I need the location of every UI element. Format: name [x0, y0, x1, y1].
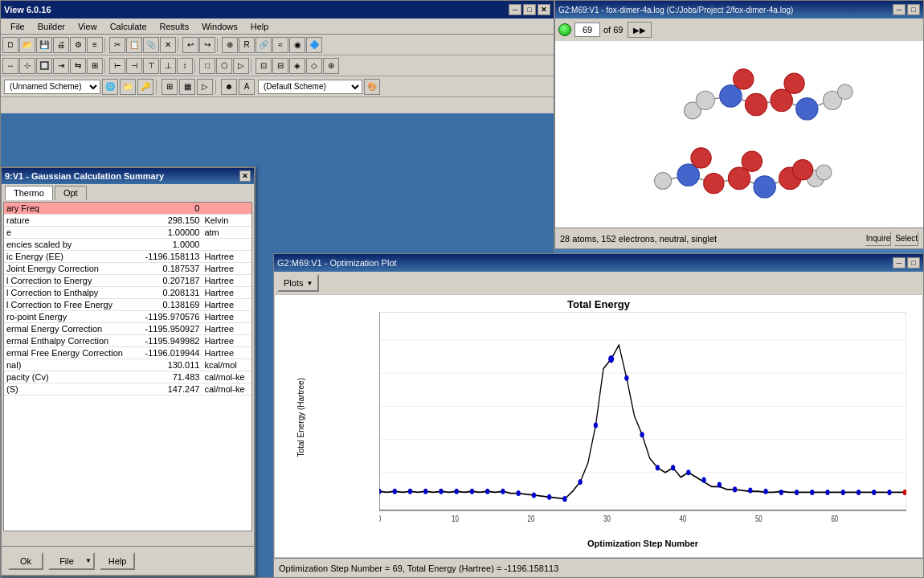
- calc-dialog-close-btn[interactable]: ✕: [239, 170, 251, 182]
- menu-builder[interactable]: Builder: [31, 20, 72, 33]
- svg-point-32: [704, 174, 724, 194]
- tb3-grid[interactable]: ⊞: [161, 79, 178, 95]
- mol-minimize-btn[interactable]: ─: [893, 4, 906, 15]
- tb2-19[interactable]: ⊛: [323, 58, 339, 74]
- tb3-globe[interactable]: 🌐: [102, 79, 118, 95]
- tb2-12[interactable]: □: [199, 58, 215, 74]
- tb-open[interactable]: 📂: [19, 37, 35, 53]
- step-nav-btn[interactable]: ▶▶: [628, 22, 652, 38]
- tb2-13[interactable]: ⬡: [216, 58, 232, 74]
- tb2-16[interactable]: ⊟: [272, 58, 288, 74]
- tb-redo[interactable]: ↪: [199, 37, 215, 53]
- tb-13[interactable]: ◉: [289, 37, 305, 53]
- tab-thermo[interactable]: Thermo: [5, 186, 53, 200]
- select-btn[interactable]: Select: [894, 232, 918, 246]
- step-input[interactable]: [574, 23, 600, 37]
- inquire-btn[interactable]: Inquire: [865, 232, 892, 246]
- tb2-15[interactable]: ⊡: [256, 58, 272, 74]
- tb-undo[interactable]: ↩: [182, 37, 198, 53]
- menu-view[interactable]: View: [72, 20, 104, 33]
- menu-help[interactable]: Help: [244, 20, 276, 33]
- close-btn[interactable]: ✕: [538, 4, 550, 15]
- svg-point-71: [562, 496, 566, 502]
- tb3-grid2[interactable]: ▦: [179, 79, 195, 95]
- tab-opt[interactable]: Opt: [55, 186, 87, 200]
- row-value: 298.150: [136, 215, 202, 227]
- tb2-8[interactable]: ⊣: [126, 58, 142, 74]
- help-button[interactable]: Help: [100, 552, 135, 570]
- tb-paste[interactable]: 📎: [143, 37, 159, 53]
- tb2-18[interactable]: ◇: [306, 58, 322, 74]
- tb3-key[interactable]: 🔑: [137, 79, 153, 95]
- tb2-1[interactable]: ↔: [2, 58, 18, 74]
- thermo-table: ary Freq 0 rature 298.150 Kelvin e 1.000…: [4, 203, 251, 396]
- tb-cut[interactable]: ✂: [109, 37, 125, 53]
- file-dropdown-arrow[interactable]: ▼: [84, 552, 95, 570]
- tb2-9[interactable]: ⊤: [143, 58, 159, 74]
- svg-point-86: [795, 490, 799, 495]
- minimize-btn[interactable]: ─: [509, 4, 521, 15]
- tb2-10[interactable]: ⊥: [160, 58, 176, 74]
- mol-title-text: G2:M69:V1 - fox-dimer-4a.log (C:/Jobs/Pr…: [558, 6, 793, 14]
- scheme-unnamed-dropdown[interactable]: (Unnamed Scheme): [4, 80, 100, 94]
- tb-print[interactable]: 🖨: [53, 37, 69, 53]
- row-label: rature: [4, 215, 136, 227]
- plot-maximize-btn[interactable]: □: [907, 257, 920, 269]
- row-value: 0.187537: [136, 263, 202, 275]
- tb2-7[interactable]: ⊢: [109, 58, 125, 74]
- row-value: 0.207187: [136, 275, 202, 287]
- menu-results[interactable]: Results: [153, 20, 196, 33]
- tb-10[interactable]: R: [239, 37, 255, 53]
- tb-new[interactable]: 🗋: [2, 37, 18, 53]
- y-axis-label-container: Total Energy (Hartree): [276, 312, 325, 523]
- molecule-svg: [555, 41, 923, 228]
- tb-copy[interactable]: 📋: [126, 37, 142, 53]
- tb3-arr1[interactable]: ▷: [197, 79, 213, 95]
- ok-button[interactable]: Ok: [8, 552, 43, 570]
- chart-container: Total Energy (Hartree) -1,196.1 -1,196.1…: [275, 312, 922, 539]
- plots-button[interactable]: Plots ▼: [277, 274, 319, 292]
- tb-11[interactable]: 🔗: [256, 37, 272, 53]
- window-controls: ─ □ ✕: [509, 4, 550, 15]
- tb-save[interactable]: 💾: [36, 37, 52, 53]
- svg-point-88: [825, 490, 829, 495]
- row-value: 0.208131: [136, 287, 202, 299]
- row-label: ic Energy (EE): [4, 251, 136, 263]
- table-row: ic Energy (EE) -1196.158113 Hartree: [4, 251, 251, 263]
- tb3-a[interactable]: A: [239, 79, 255, 95]
- row-unit: Hartree: [202, 251, 251, 263]
- menu-windows[interactable]: Windows: [195, 20, 244, 33]
- tb2-5[interactable]: ⇆: [70, 58, 86, 74]
- tb-12[interactable]: ≈: [272, 37, 288, 53]
- row-unit: Hartree: [202, 263, 251, 275]
- tb-14[interactable]: 🔷: [306, 37, 322, 53]
- tb2-2[interactable]: ⊹: [19, 58, 35, 74]
- menu-calculate[interactable]: Calculate: [104, 20, 153, 33]
- svg-point-74: [608, 355, 614, 363]
- tb3-palette[interactable]: 🎨: [364, 79, 380, 95]
- tb-6[interactable]: ≡: [87, 37, 103, 53]
- tb3-folder[interactable]: 📁: [120, 79, 136, 95]
- tb2-17[interactable]: ◈: [289, 58, 305, 74]
- row-unit: cal/mol-ke: [202, 371, 251, 383]
- plot-minimize-btn[interactable]: ─: [893, 257, 906, 269]
- svg-point-13: [796, 98, 818, 120]
- tb-9[interactable]: ⊕: [222, 37, 238, 53]
- x-axis-label: Optimization Step Number: [379, 539, 906, 548]
- tb-del[interactable]: ✕: [160, 37, 176, 53]
- menu-file[interactable]: File: [4, 20, 31, 33]
- tb2-3[interactable]: 🔲: [36, 58, 52, 74]
- tb2-4[interactable]: ⇥: [53, 58, 69, 74]
- tb-5[interactable]: ⚙: [70, 37, 86, 53]
- tb3-face[interactable]: ☻: [221, 79, 237, 95]
- file-button[interactable]: File: [48, 552, 84, 570]
- y-axis-label: Total Energy (Hartree): [296, 378, 305, 457]
- maximize-btn[interactable]: □: [523, 4, 536, 15]
- mol-maximize-btn[interactable]: □: [907, 4, 920, 15]
- main-title-bar: View 6.0.16 ─ □ ✕: [1, 1, 554, 18]
- tb2-14[interactable]: ▷: [233, 58, 249, 74]
- scheme-default-dropdown[interactable]: (Default Scheme): [258, 80, 362, 94]
- tb2-6[interactable]: ⊞: [87, 58, 103, 74]
- svg-point-85: [779, 490, 783, 495]
- tb2-11[interactable]: ↕: [177, 58, 193, 74]
